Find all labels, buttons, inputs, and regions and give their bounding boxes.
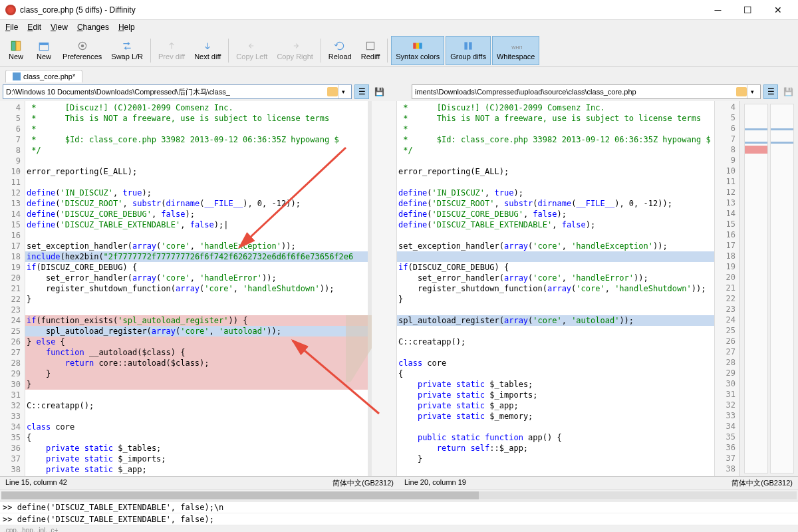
statusbar: Line 15, column 42简体中文(GB2312) Line 20, … — [0, 476, 798, 489]
syntax-colors-button[interactable]: Syntax colors — [391, 36, 444, 65]
menu-file[interactable]: File — [5, 23, 18, 32]
reload-button[interactable]: Reload — [325, 36, 356, 65]
left-code[interactable]: * [Discuz!] (C)2001-2099 Comsenz Inc. * … — [25, 101, 368, 476]
new-diff-button[interactable]: New — [3, 36, 29, 65]
window-title: class_core.php (5 diffs) - Diffinity — [20, 5, 703, 15]
menubar: File Edit View Changes Help — [0, 20, 798, 35]
console-line: >> define('DISCUZ_TABLE_EXTENDABLE', fal… — [0, 501, 798, 513]
tab-label: class_core.php* — [23, 72, 75, 80]
chevron-down-icon[interactable]: ▾ — [338, 84, 348, 99]
left-save-button[interactable]: 💾 — [372, 84, 386, 99]
new-window-button[interactable]: New — [31, 36, 57, 65]
swap-button[interactable]: Swap L/R — [107, 36, 147, 65]
menu-view[interactable]: View — [51, 23, 68, 32]
right-pane: * [Discuz!] (C)2001-2099 Comsenz Inc. * … — [372, 101, 739, 476]
maximize-button[interactable]: ☐ — [733, 1, 763, 19]
svg-text:WHITE: WHITE — [511, 45, 522, 50]
svg-rect-3 — [39, 43, 49, 45]
menu-changes[interactable]: Changes — [77, 23, 109, 32]
svg-rect-11 — [469, 42, 472, 49]
svg-rect-9 — [420, 43, 423, 49]
chevron-down-icon[interactable]: ▾ — [747, 84, 757, 99]
console-line: >> define('DISCUZ_TABLE_EXTENDABLE', fal… — [0, 513, 798, 525]
copy-right-button[interactable]: Copy Right — [273, 36, 317, 65]
left-encoding: 简体中文(GB2312) — [332, 478, 394, 488]
pathbar: D:\Windows 10 Documents\Downloads\Compre… — [0, 82, 798, 101]
tab-file[interactable]: class_core.php* — [5, 70, 82, 82]
left-pane: 4567891011121314151617181920212223242526… — [0, 101, 368, 476]
left-path-input[interactable]: D:\Windows 10 Documents\Downloads\Compre… — [3, 84, 352, 99]
svg-rect-6 — [366, 42, 374, 49]
titlebar: class_core.php (5 diffs) - Diffinity ─ ☐… — [0, 0, 798, 20]
svg-rect-10 — [464, 42, 467, 49]
right-encoding: 简体中文(GB2312) — [732, 478, 793, 488]
svg-point-5 — [80, 45, 84, 48]
svg-rect-1 — [16, 41, 21, 51]
folder-icon — [327, 87, 338, 96]
right-code[interactable]: * [Discuz!] (C)2001-2099 Comsenz Inc. * … — [397, 101, 714, 476]
svg-rect-7 — [414, 43, 417, 49]
preferences-button[interactable]: Preferences — [59, 36, 106, 65]
menu-edit[interactable]: Edit — [27, 23, 41, 32]
whitespace-button[interactable]: WHITEWhitespace — [492, 36, 539, 65]
left-cursor-pos: Line 15, column 42 — [5, 478, 67, 488]
right-path-input[interactable]: iments\Downloads\Compressed\upload\sourc… — [412, 84, 761, 99]
rediff-button[interactable]: Rediff — [357, 36, 384, 65]
left-list-button[interactable]: ☰ — [354, 84, 369, 99]
diff-panes: 4567891011121314151617181920212223242526… — [0, 101, 798, 476]
tabbar: class_core.php* — [0, 66, 798, 82]
group-diffs-button[interactable]: Group diffs — [446, 36, 491, 65]
right-gutter-inner — [372, 101, 397, 476]
svg-rect-8 — [416, 43, 420, 49]
app-icon — [5, 5, 16, 15]
right-list-button[interactable]: ☰ — [763, 84, 778, 99]
minimize-button[interactable]: ─ — [703, 1, 733, 19]
menu-help[interactable]: Help — [118, 23, 135, 32]
close-button[interactable]: ✕ — [763, 1, 793, 19]
minimap[interactable] — [739, 101, 798, 476]
right-save-button[interactable]: 💾 — [781, 84, 795, 99]
file-icon — [13, 72, 21, 80]
console: >> define('DISCUZ_TABLE_EXTENDABLE', fal… — [0, 501, 798, 525]
prev-diff-button[interactable]: Prev diff — [154, 36, 189, 65]
footer-status: .cpp, .hpp, .inl, .c+ — [0, 525, 798, 532]
horizontal-scrollbar[interactable] — [0, 489, 798, 501]
right-cursor-pos: Line 20, column 19 — [404, 478, 466, 488]
next-diff-button[interactable]: Next diff — [190, 36, 225, 65]
folder-icon — [736, 87, 747, 96]
left-gutter: 4567891011121314151617181920212223242526… — [0, 101, 25, 476]
toolbar: New New Preferences Swap L/R Prev diff N… — [0, 35, 798, 66]
right-gutter: 4567891011121314151617181920212223242526… — [714, 101, 739, 476]
copy-left-button[interactable]: Copy Left — [232, 36, 271, 65]
svg-rect-0 — [11, 41, 16, 51]
